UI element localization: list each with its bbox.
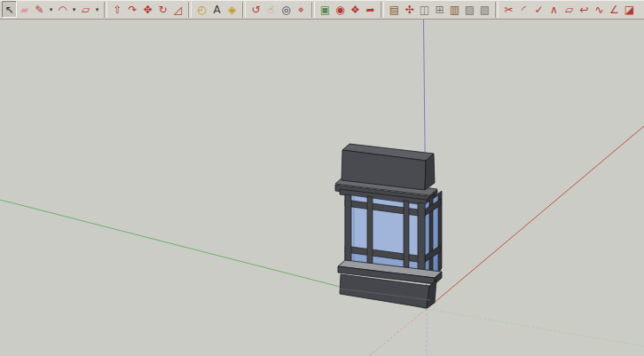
orbit-button[interactable]: ↺ bbox=[248, 1, 263, 18]
trim-edges-button[interactable]: ✂ bbox=[501, 1, 516, 18]
front-mullion-1[interactable] bbox=[367, 196, 373, 273]
eraser-icon: ▰ bbox=[20, 4, 28, 15]
face-quad-icon: ▱ bbox=[565, 4, 573, 15]
3d-warehouse-button[interactable]: ◉ bbox=[333, 1, 348, 18]
paint-bucket-button[interactable]: ◈ bbox=[224, 1, 240, 18]
scale-icon: ◿ bbox=[174, 4, 182, 15]
model-storefront-window[interactable] bbox=[335, 144, 442, 308]
louver-right-icon: ▧ bbox=[480, 4, 490, 15]
eraser-button[interactable]: ▰ bbox=[17, 1, 32, 18]
line-icon: ✎ bbox=[35, 4, 43, 15]
fence-button[interactable]: ▥ bbox=[447, 1, 462, 18]
fold-face-button[interactable]: ◪ bbox=[622, 1, 637, 18]
window-panel-icon: ◫ bbox=[420, 4, 429, 15]
figure-move-button[interactable]: ✣ bbox=[402, 1, 417, 18]
3d-warehouse-icon: ◉ bbox=[335, 4, 344, 15]
share-model-button[interactable]: ➦ bbox=[363, 1, 378, 18]
louver-right-button[interactable]: ▧ bbox=[477, 1, 492, 18]
trim-edges-icon: ✂ bbox=[504, 4, 513, 15]
corner-check-icon: ✓ bbox=[534, 4, 543, 15]
left-frame-post[interactable] bbox=[345, 194, 351, 270]
toolbar-separator bbox=[242, 2, 246, 18]
axis-green-negative bbox=[427, 309, 644, 346]
window-grid-icon: ⊞ bbox=[435, 4, 444, 15]
sheet-edit-icon: ▤ bbox=[389, 4, 399, 15]
rectangle-dropdown[interactable]: ▾ bbox=[93, 1, 101, 18]
figure-move-icon: ✣ bbox=[404, 4, 413, 15]
select-curve-icon: ◜ bbox=[522, 4, 526, 15]
angle-peak-icon: ∧ bbox=[550, 4, 558, 15]
toolbar-separator bbox=[311, 2, 315, 18]
louver-left-icon: ▨ bbox=[465, 4, 475, 15]
line-button[interactable]: ✎ bbox=[32, 1, 47, 18]
axis-red-negative bbox=[369, 309, 427, 356]
window-grid-button[interactable]: ⊞ bbox=[432, 1, 447, 18]
rectangle-icon: ▱ bbox=[82, 4, 90, 15]
angle-vertex-button[interactable]: ∠ bbox=[607, 1, 622, 18]
rotate-button[interactable]: ↻ bbox=[155, 1, 170, 18]
follow-me-icon: ↷ bbox=[128, 4, 137, 15]
tape-measure-icon: ◴ bbox=[197, 4, 206, 15]
rectangle-button[interactable]: ▱ bbox=[78, 1, 93, 18]
toolbar-separator bbox=[188, 2, 192, 18]
toolbar: ↖▰✎▾◠▾▱▾⇧↷✥↻◿◴A◈↺☝◎⌖▣◉❖➦▤✣◫⊞▥▨▧✂◜✓∧▱↩∿∠◪ bbox=[0, 0, 644, 20]
rotate-icon: ↻ bbox=[158, 4, 167, 15]
scale-button[interactable]: ◿ bbox=[170, 1, 185, 18]
arc-icon: ◠ bbox=[58, 4, 67, 15]
zoom-extents-button[interactable]: ⌖ bbox=[294, 1, 309, 18]
sketchup-window: ↖▰✎▾◠▾▱▾⇧↷✥↻◿◴A◈↺☝◎⌖▣◉❖➦▤✣◫⊞▥▨▧✂◜✓∧▱↩∿∠◪ bbox=[0, 0, 644, 356]
fold-face-icon: ◪ bbox=[624, 4, 634, 15]
extension-warehouse-icon: ❖ bbox=[350, 4, 360, 15]
face-quad-button[interactable]: ▱ bbox=[562, 1, 577, 18]
push-pull-button[interactable]: ⇧ bbox=[110, 1, 125, 18]
sheet-edit-button[interactable]: ▤ bbox=[387, 1, 402, 18]
share-model-icon: ➦ bbox=[365, 4, 374, 15]
pan-button[interactable]: ☝ bbox=[263, 1, 279, 18]
pan-icon: ☝ bbox=[268, 4, 274, 15]
move-button[interactable]: ✥ bbox=[140, 1, 155, 18]
select-curve-button[interactable]: ◜ bbox=[516, 1, 531, 18]
match-photo-icon: ▣ bbox=[320, 4, 330, 15]
text-button[interactable]: A bbox=[209, 1, 224, 18]
select-icon: ↖ bbox=[4, 4, 13, 15]
flip-edge-button[interactable]: ↩ bbox=[577, 1, 592, 18]
zoom-extents-icon: ⌖ bbox=[298, 4, 304, 15]
match-photo-button[interactable]: ▣ bbox=[318, 1, 333, 18]
follow-me-button[interactable]: ↷ bbox=[125, 1, 140, 18]
push-pull-icon: ⇧ bbox=[113, 4, 122, 15]
zoom-icon: ◎ bbox=[281, 4, 290, 15]
axis-red bbox=[427, 126, 644, 309]
line-dropdown[interactable]: ▾ bbox=[47, 1, 55, 18]
arc-button[interactable]: ◠ bbox=[55, 1, 70, 18]
corner-check-button[interactable]: ✓ bbox=[531, 1, 546, 18]
viewport-canvas bbox=[0, 20, 644, 356]
extension-warehouse-button[interactable]: ❖ bbox=[348, 1, 363, 18]
fence-icon: ▥ bbox=[450, 4, 459, 15]
toolbar-separator bbox=[381, 2, 384, 18]
louver-left-button[interactable]: ▨ bbox=[462, 1, 477, 18]
freehand-curve-icon: ∿ bbox=[594, 4, 603, 15]
zoom-button[interactable]: ◎ bbox=[279, 1, 294, 18]
select-button[interactable]: ↖ bbox=[2, 1, 17, 18]
paint-bucket-icon: ◈ bbox=[228, 4, 236, 15]
toolbar-separator bbox=[495, 2, 499, 18]
drawing-axes bbox=[0, 20, 644, 356]
move-icon: ✥ bbox=[143, 4, 152, 15]
base-side-face[interactable] bbox=[427, 280, 436, 308]
freehand-curve-button[interactable]: ∿ bbox=[592, 1, 607, 18]
front-mullion-2[interactable] bbox=[404, 201, 409, 277]
viewport-3d[interactable] bbox=[0, 20, 644, 356]
arc-dropdown[interactable]: ▾ bbox=[70, 1, 78, 18]
text-icon: A bbox=[213, 4, 220, 15]
angle-peak-button[interactable]: ∧ bbox=[546, 1, 562, 18]
toolbar-separator bbox=[104, 2, 107, 18]
angle-vertex-icon: ∠ bbox=[609, 4, 619, 15]
window-panel-button[interactable]: ◫ bbox=[417, 1, 432, 18]
orbit-icon: ↺ bbox=[251, 4, 260, 15]
flip-edge-icon: ↩ bbox=[579, 4, 588, 15]
tape-measure-button[interactable]: ◴ bbox=[194, 1, 209, 18]
